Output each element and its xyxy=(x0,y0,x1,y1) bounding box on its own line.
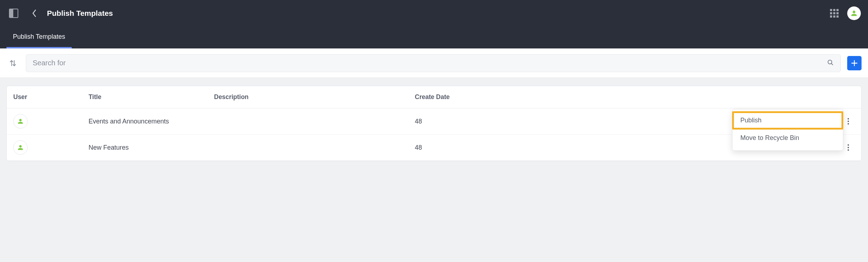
chevron-left-icon xyxy=(32,9,37,17)
svg-line-3 xyxy=(831,63,833,65)
svg-point-6 xyxy=(848,118,849,120)
content-area: User Title Description Create Date Event… xyxy=(0,78,868,169)
row-user-avatar xyxy=(13,140,28,155)
row-actions-button[interactable] xyxy=(842,141,855,154)
table-header: User Title Description Create Date xyxy=(7,86,861,108)
page-title: Publish Templates xyxy=(47,9,113,18)
menu-item-publish[interactable]: Publish xyxy=(732,112,843,129)
person-icon xyxy=(850,10,858,17)
svg-point-9 xyxy=(848,144,849,146)
svg-point-7 xyxy=(848,121,849,122)
search-icon[interactable] xyxy=(827,59,834,67)
col-title[interactable]: Title xyxy=(89,93,214,101)
app-header: Publish Templates xyxy=(0,0,868,26)
toolbar xyxy=(0,48,868,78)
templates-table: User Title Description Create Date Event… xyxy=(6,86,862,161)
svg-point-11 xyxy=(848,149,849,151)
row-title: New Features xyxy=(89,144,214,151)
col-user[interactable]: User xyxy=(13,93,89,101)
row-user-avatar xyxy=(13,114,28,128)
person-icon xyxy=(17,144,24,151)
add-button[interactable] xyxy=(847,56,862,70)
sort-button[interactable] xyxy=(6,57,19,70)
plus-icon xyxy=(850,59,858,67)
kebab-icon xyxy=(847,144,849,151)
person-icon xyxy=(17,118,24,125)
search-input[interactable] xyxy=(33,59,827,67)
col-create-date[interactable]: Create Date xyxy=(415,93,833,101)
svg-point-8 xyxy=(848,123,849,125)
menu-item-recycle[interactable]: Move to Recycle Bin xyxy=(732,129,843,147)
row-actions-menu: Publish Move to Recycle Bin xyxy=(732,109,843,151)
panel-toggle-icon[interactable] xyxy=(9,9,18,18)
tab-bar: Publish Templates xyxy=(0,26,868,48)
kebab-icon xyxy=(847,118,849,125)
back-button[interactable] xyxy=(29,8,40,19)
search-field-wrap xyxy=(26,54,841,72)
row-title: Events and Announcements xyxy=(89,118,214,125)
svg-point-10 xyxy=(848,147,849,148)
user-avatar[interactable] xyxy=(847,6,861,20)
row-actions-button[interactable] xyxy=(842,115,855,128)
col-description[interactable]: Description xyxy=(214,93,415,101)
sort-icon xyxy=(9,59,17,67)
apps-button[interactable] xyxy=(828,7,841,20)
tab-publish-templates[interactable]: Publish Templates xyxy=(6,33,72,48)
apps-grid-icon xyxy=(830,9,839,18)
